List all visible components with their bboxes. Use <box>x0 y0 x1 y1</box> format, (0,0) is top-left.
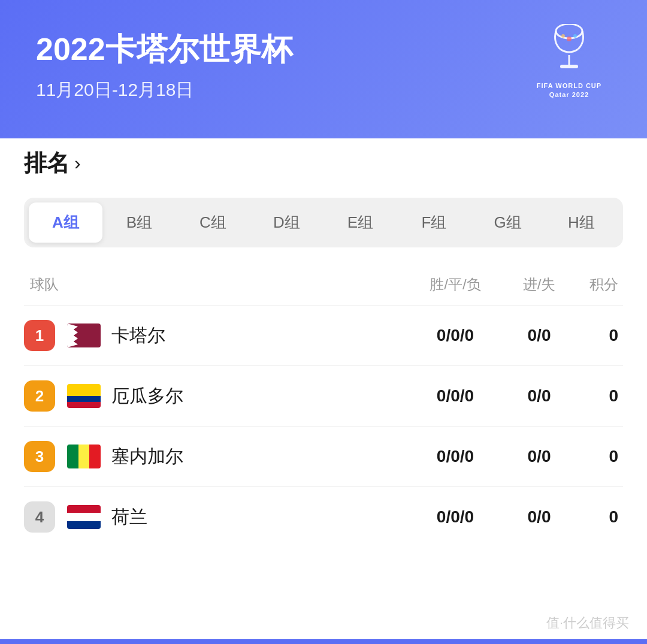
watermark: 值·什么值得买 <box>546 614 629 632</box>
table-row: 4 荷兰 0/0/0 0/0 0 <box>24 486 623 547</box>
flag-netherlands <box>67 505 101 529</box>
flag-ecuador <box>67 384 101 408</box>
group-tabs: A组 B组 C组 D组 E组 F组 G组 H组 <box>24 198 623 247</box>
svg-point-4 <box>561 34 565 38</box>
table-header: 球队 胜/平/负 进/失 积分 <box>24 269 623 305</box>
team-name: 厄瓜多尔 <box>111 384 407 409</box>
fifa-logo: FIFA WORLD CUP Qatar 2022 <box>527 24 611 100</box>
stat-wdl: 0/0/0 <box>407 507 503 527</box>
table-row: 2 厄瓜多尔 0/0/0 0/0 0 <box>24 365 623 426</box>
stat-gf: 0/0 <box>503 447 575 466</box>
trophy-icon <box>548 24 590 78</box>
col-pts: 积分 <box>575 275 623 294</box>
header: 2022卡塔尔世界杯 11月20日-12月18日 FIFA WORLD CUP … <box>0 0 647 138</box>
tab-group-a[interactable]: A组 <box>29 202 102 243</box>
rank-badge: 3 <box>24 441 55 472</box>
event-dates: 11月20日-12月18日 <box>36 78 611 102</box>
stat-pts: 0 <box>575 507 623 527</box>
flag-senegal <box>67 445 101 468</box>
stat-gf: 0/0 <box>503 507 575 527</box>
col-gf: 进/失 <box>503 275 575 294</box>
svg-point-0 <box>556 24 582 38</box>
tab-group-h[interactable]: H组 <box>545 202 618 243</box>
tab-group-b[interactable]: B组 <box>102 202 176 243</box>
flag-qatar <box>67 323 101 347</box>
page-title: 2022卡塔尔世界杯 <box>36 29 611 71</box>
stat-wdl: 0/0/0 <box>407 447 503 466</box>
stat-pts: 0 <box>575 447 623 466</box>
col-wdl: 胜/平/负 <box>407 275 503 294</box>
team-name: 卡塔尔 <box>111 323 407 348</box>
table-row: 1 卡塔尔 0/0/0 0/0 0 <box>24 305 623 365</box>
col-team: 球队 <box>24 275 407 294</box>
stat-wdl: 0/0/0 <box>407 386 503 406</box>
svg-point-5 <box>573 34 577 38</box>
tab-group-f[interactable]: F组 <box>397 202 471 243</box>
rank-badge: 4 <box>24 501 55 533</box>
stat-pts: 0 <box>575 386 623 406</box>
rank-badge: 2 <box>24 380 55 412</box>
svg-point-3 <box>567 37 572 41</box>
tab-group-c[interactable]: C组 <box>176 202 250 243</box>
tab-group-e[interactable]: E组 <box>324 202 397 243</box>
svg-rect-2 <box>560 65 578 68</box>
fifa-logo-text: FIFA WORLD CUP Qatar 2022 <box>527 81 611 100</box>
tab-group-d[interactable]: D组 <box>250 202 324 243</box>
team-name: 塞内加尔 <box>111 445 407 469</box>
rank-badge: 1 <box>24 320 55 351</box>
stat-pts: 0 <box>575 326 623 345</box>
stat-gf: 0/0 <box>503 326 575 345</box>
main-card: 排名 › A组 B组 C组 D组 E组 F组 G组 H组 球队 胜/平/负 进/… <box>0 124 647 639</box>
table-row: 3 塞内加尔 0/0/0 0/0 0 <box>24 426 623 486</box>
section-chevron: › <box>74 152 81 174</box>
tab-group-g[interactable]: G组 <box>471 202 545 243</box>
stat-gf: 0/0 <box>503 386 575 406</box>
stat-wdl: 0/0/0 <box>407 326 503 345</box>
team-name: 荷兰 <box>111 505 407 530</box>
section-title[interactable]: 排名 › <box>24 148 623 179</box>
